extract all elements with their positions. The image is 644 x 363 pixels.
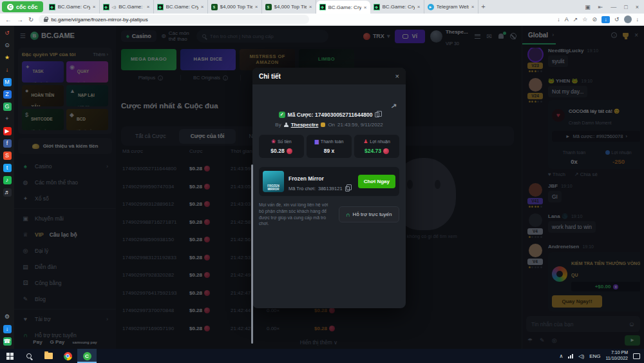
vip-card[interactable]: ◆ BCDtiền thưởng xyxy=(66,109,108,130)
tab-close-icon[interactable]: × xyxy=(93,4,96,10)
messenger-icon[interactable]: M xyxy=(3,78,12,86)
translate-icon[interactable]: A xyxy=(565,16,569,23)
bet-username[interactable]: Thespectre xyxy=(291,122,319,128)
referral-button[interactable]: Giới thiệu và kiếm tiền xyxy=(18,138,112,154)
tab-audio-icon[interactable]: ◁) xyxy=(112,5,117,9)
mail-icon[interactable]: ✉ xyxy=(487,33,492,40)
bet-share-card[interactable]: ♥ COCOđã lấy tất cả! 😊Crash Damn Moment … xyxy=(548,100,640,169)
settings-icon[interactable]: ⚙ xyxy=(3,313,12,321)
browser-tab[interactable]: ◆ ◁) BC.Game: Crypto × xyxy=(100,0,154,14)
clock[interactable]: 7:10 PM11/10/2022 xyxy=(605,350,628,362)
bets-tab[interactable]: Cược của tôi xyxy=(179,129,236,144)
sidebar-toggle-icon[interactable]: ⇤ xyxy=(598,4,603,10)
trophy-icon[interactable] xyxy=(623,33,629,37)
browser-tab[interactable]: $ ◁) $4,000 Top Tier Plat × xyxy=(208,0,262,14)
avatar[interactable] xyxy=(529,48,542,61)
youtube-icon[interactable]: ▶ xyxy=(3,127,12,135)
profile-icon[interactable] xyxy=(624,15,632,23)
currency-selector[interactable]: TRX▾ xyxy=(363,33,390,40)
live-support-button[interactable]: ∩Hỗ trợ trực tuyến xyxy=(339,206,399,222)
chat-room-label[interactable]: Global xyxy=(528,32,548,39)
start-button[interactable] xyxy=(0,349,19,363)
copy-icon[interactable] xyxy=(345,186,350,191)
send-button[interactable]: ► xyxy=(625,335,640,346)
tab-close-icon[interactable]: × xyxy=(417,4,421,10)
volume-icon[interactable]: ◁) xyxy=(578,353,584,359)
table-row[interactable]: 174902997169057190 $0.28 21:42:42 0.00× … xyxy=(122,320,515,338)
play-now-button[interactable]: Chơi Ngay xyxy=(358,175,395,188)
reload-icon[interactable]: ↻ xyxy=(28,16,33,23)
like-button[interactable]: ♥ Thích xyxy=(548,172,565,177)
share-button[interactable]: ↗ Chia sẻ xyxy=(574,172,598,177)
chat-toggle-icon[interactable] xyxy=(510,33,516,39)
facebook-icon[interactable]: f xyxy=(3,139,12,148)
adblock-icon[interactable]: ⊘ xyxy=(592,16,597,23)
chevron-right-icon[interactable]: › xyxy=(552,32,554,38)
forward-icon[interactable]: → xyxy=(17,16,23,23)
network-icon[interactable] xyxy=(568,354,573,358)
bookmark-star-icon[interactable]: ☆ xyxy=(582,16,587,23)
chat-input[interactable]: Tin nhắn của bạn ☺ xyxy=(526,316,640,332)
sidebar-nav-item[interactable]: ◎ Đại lý xyxy=(14,242,116,259)
spin-now-button[interactable]: Quay Ngay!! xyxy=(552,295,602,308)
browser-tab[interactable]: ◆ ◁) BC.Game: Crypto Ca × xyxy=(46,0,100,14)
sidebar-nav-item[interactable]: ♕ VIP Câu lạc bộ xyxy=(14,226,116,242)
rain-icon[interactable]: ☂ xyxy=(527,337,533,344)
history-icon[interactable]: ⊙ xyxy=(3,41,12,50)
copy-icon[interactable] xyxy=(375,112,379,117)
add-shortcut-icon[interactable]: + xyxy=(3,115,12,123)
show-more-link[interactable]: Hiển thị thêm ∨ xyxy=(116,339,522,346)
bets-tab[interactable]: Tất cả Cược xyxy=(124,129,178,144)
lucky-spin-card[interactable]: KIỂM TRA TIỀN THƯỞNG VÒNG QU +$0.00¢ Qua… xyxy=(548,252,640,311)
tab-sports[interactable]: ◍Các môn thể thao xyxy=(162,30,191,42)
chat-username[interactable]: JBF xyxy=(548,183,558,189)
download-arrow-icon[interactable]: ↓ xyxy=(3,66,12,74)
chat-username[interactable]: 🐸 YHEN 🐸 xyxy=(548,78,578,84)
sidebar-nav-item[interactable]: ✦ Xổ số xyxy=(14,190,116,206)
chat-username[interactable]: Andrenelsen xyxy=(548,244,579,250)
avatar[interactable] xyxy=(529,244,542,257)
maximize-button[interactable]: □ xyxy=(624,4,627,10)
vip-card[interactable]: $ SHITCODEtiền thưởng xyxy=(22,109,64,130)
menu-icon[interactable]: ☰ xyxy=(20,32,26,39)
share-icon[interactable]: ↗ xyxy=(573,16,578,23)
sidebar-nav-item[interactable]: ⚄ Công bằng xyxy=(14,275,116,291)
coccoc-app-icon[interactable]: C xyxy=(77,349,97,363)
downloads-manager-icon[interactable]: ↓ xyxy=(3,325,12,333)
sync-icon[interactable]: ↺ xyxy=(3,29,12,37)
twitter-icon[interactable]: t xyxy=(3,164,12,172)
chat-username[interactable]: Lana 🌑 xyxy=(548,213,568,219)
coccoc-brand[interactable]: Ccốc cốc xyxy=(2,1,43,12)
transactions-icon[interactable] xyxy=(475,34,480,39)
user-block[interactable]: Thespe...VIP 30 xyxy=(430,25,468,48)
game-banner[interactable]: HASH DICE xyxy=(180,49,236,70)
provider-label[interactable]: Platipusi xyxy=(121,75,181,81)
provider-label[interactable]: BC Originalsi xyxy=(181,75,241,81)
browser-tab[interactable]: ◆ ◁) BC.Game: Crypto Ca × xyxy=(316,1,370,14)
chrome-icon[interactable] xyxy=(58,349,77,363)
tab-close-icon[interactable]: × xyxy=(309,4,312,10)
tab-preview-icon[interactable]: ▣ xyxy=(585,4,591,10)
file-explorer-icon[interactable] xyxy=(39,349,58,363)
game-search-input[interactable]: Tên trò chơi | Nhà cung cấp xyxy=(196,30,328,43)
sidebar-nav-item[interactable]: ◍ Các môn thể thao xyxy=(14,174,116,190)
spotify-icon[interactable]: ♪ xyxy=(3,176,12,184)
tab-close-icon[interactable]: × xyxy=(201,4,204,10)
downloads-icon[interactable]: ↓ xyxy=(636,16,639,23)
vip-card[interactable]: ▲ NẠP LẠIVIP 22 xyxy=(66,85,108,106)
game-thumbnail[interactable]: FROZEN MIRROR xyxy=(263,171,284,192)
vip-card[interactable]: ◉ QUAYthưởng xyxy=(66,61,108,83)
taskbar-search[interactable] xyxy=(19,349,39,363)
coin-drop-icon[interactable]: ◎ xyxy=(552,337,557,344)
minimize-button[interactable]: — xyxy=(611,4,616,10)
back-icon[interactable]: ← xyxy=(5,16,12,23)
tiktok-icon[interactable]: ♬ xyxy=(3,188,12,197)
modal-close-icon[interactable]: × xyxy=(395,72,399,80)
user-avatar[interactable] xyxy=(430,30,442,43)
new-tab-button[interactable]: + xyxy=(478,0,489,14)
language-indicator[interactable]: ENG xyxy=(589,353,600,359)
url-field[interactable]: bc.game/vi/game/frozen-mirror-by-platipu… xyxy=(39,15,309,24)
sidebar-nav-item[interactable]: ♠ Casino › xyxy=(14,158,116,174)
share-bet-icon[interactable]: ↗ xyxy=(390,101,397,110)
browser-tab[interactable]: ◆ ◁) BC.Game: Crypto Ca × xyxy=(370,0,424,14)
